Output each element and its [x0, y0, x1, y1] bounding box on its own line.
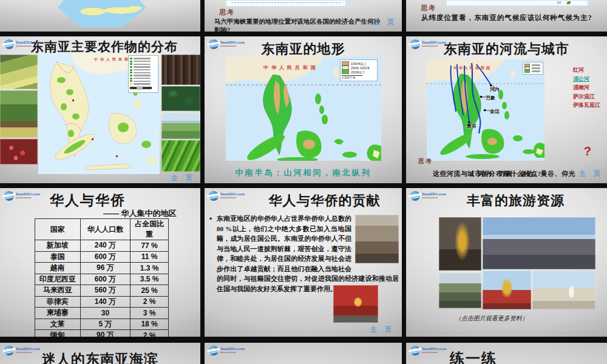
river-link[interactable]: 红河: [573, 66, 605, 75]
borobudur-temple-photo[interactable]: [483, 217, 595, 269]
rubber-tapping-photo: [161, 55, 200, 85]
table-cell: 560 万: [80, 285, 131, 297]
logo-brand-text: DearEDU.com: [220, 347, 245, 353]
merlion-fountain-photo[interactable]: [532, 271, 595, 309]
site-logo: DearEDU.com: [4, 346, 40, 356]
legend-swatch: [342, 66, 349, 70]
table-row: 新加坡240 万77 %: [35, 240, 169, 252]
site-logo: DearEDU.com: [410, 346, 446, 356]
slide-chinese-contributions[interactable]: 华人与华侨的贡献 • 东南亚地区的华侨华人占世界华侨华人总数的 80 %以上，他…: [205, 188, 402, 337]
rice-terrace-photo: [0, 55, 38, 89]
table-cell: 600 万: [80, 251, 131, 263]
table-cell: 文莱: [35, 318, 81, 330]
elevation-legend-small: [523, 62, 543, 75]
river-link[interactable]: 伊洛瓦底江: [573, 101, 605, 110]
table-header-cell: 国家: [35, 219, 81, 240]
site-logo: DearEDU.com: [209, 39, 245, 49]
china-map-label: 中华人民共和国: [453, 66, 492, 71]
plant-icon: [567, 1, 571, 4]
legend-label: 200米-1000米: [351, 66, 370, 70]
home-link[interactable]: 主 页: [370, 325, 395, 334]
slide-terrain[interactable]: 东南亚的地形: [205, 36, 402, 183]
map-scale: 0 500千米: [342, 75, 362, 79]
slide-beaches[interactable]: 迷人的东南亚海滨 DearEDU.com: [0, 343, 200, 364]
slide-tourism-resources[interactable]: 丰富的旅游资源 （点击图片观看更多资料） DearEDU.com: [406, 188, 607, 337]
table-row: 菲律宾140 万2 %: [35, 296, 169, 308]
home-link[interactable]: 主 页: [373, 18, 397, 27]
legend-swatch: [524, 70, 530, 73]
table-row: 文莱5 万18 %: [35, 318, 169, 330]
site-logo: DearEDU.com: [4, 39, 40, 49]
table-header-cell: 占全国比重: [131, 219, 169, 240]
slide-thumbnail-strait-map[interactable]: [0, 0, 200, 32]
table-cell: 印度尼西亚: [35, 274, 81, 285]
slide-rivers-cities[interactable]: 东南亚的河流与城市: [406, 36, 607, 183]
table-row: 泰国600 万11 %: [35, 251, 169, 263]
question-mark: ?: [584, 144, 591, 158]
table-cell: 600 万: [80, 274, 131, 285]
table-row: 柬埔寨303 %: [35, 308, 169, 319]
logo-brand-text: DearEDU.com: [16, 347, 40, 353]
logo-brand-text: DearEDU.com: [16, 41, 40, 47]
shwedagon-pagoda-photo[interactable]: [483, 271, 531, 309]
map-scale-bar: [130, 87, 152, 89]
river-link[interactable]: 萨尔温江: [573, 92, 605, 101]
table-cell: 新加坡: [35, 240, 81, 252]
table-cell: 3.5 %: [131, 274, 169, 285]
logo-brand-text: DearEDU.com: [220, 192, 245, 198]
legend-row: 200米-1000米: [342, 66, 376, 70]
city-label: 曼谷: [467, 123, 476, 129]
think-label: 思考: [418, 157, 433, 166]
table-row: 马来西亚560 万25 %: [35, 285, 169, 297]
table-cell: 3 %: [131, 308, 169, 319]
diagram-fragment: [226, 0, 346, 7]
thai-dancer-photo[interactable]: [439, 217, 481, 271]
logo-globe-icon: [209, 39, 219, 49]
table-cell: 缅甸: [35, 330, 81, 337]
logo-brand-text: DearEDU.com: [422, 192, 446, 198]
crop-legend-row: [130, 83, 157, 86]
slide-crops-distribution[interactable]: 东南亚主要农作物的分布: [0, 36, 200, 183]
banana-leaves-photo: [161, 140, 200, 172]
malacca-strait-map-image: [58, 0, 146, 27]
legend-row: 1000米以上: [342, 61, 376, 66]
table-cell: 30: [80, 308, 131, 319]
home-link[interactable]: 主 页: [579, 169, 603, 178]
china-map-label: 中华人民共和国: [263, 64, 319, 71]
table-row: 印度尼西亚600 万3.5 %: [35, 274, 169, 285]
slide-practice[interactable]: 练一练 DearEDU.com: [406, 343, 607, 364]
home-link[interactable]: 主 页: [171, 174, 195, 183]
slide-thumbnail-strait-question[interactable]: 思考 马六甲海峡重要的地理位置对该地区各国的经济会产生何种影响? 主 页: [205, 0, 402, 32]
logo-globe-icon: [410, 39, 420, 49]
logo-globe-icon: [4, 39, 14, 49]
legend-row: [524, 70, 541, 73]
table-header-row: 国家华人人口数占全国比重: [35, 219, 169, 240]
table-header-cell: 华人人口数: [80, 219, 131, 240]
logo-globe-icon: [4, 191, 14, 201]
forest-canopy-photo: [161, 86, 200, 111]
slide-title: 华人与华侨: [50, 191, 126, 210]
angkor-wat-photo[interactable]: [439, 273, 481, 308]
slide-thumbnail-climate-question[interactable]: 10 思考 从纬度位置看，东南亚的气候应该以何种气候为主?: [406, 0, 607, 32]
river-city-map: 中华人民共和国 河内万象金边曼谷: [427, 59, 544, 161]
elevation-legend: 1000米以上200米-1000米200米以下0 500千米: [340, 59, 378, 81]
logo-globe-icon: [410, 346, 420, 356]
slide-overseas-chinese[interactable]: 华人与华侨 —— 华人集中的地区 国家华人人口数占全国比重 新加坡240 万77…: [0, 188, 200, 337]
slide-blank-next[interactable]: DearEDU.com: [205, 343, 402, 364]
river-link[interactable]: 湄南河: [573, 83, 605, 92]
site-logo: DearEDU.com: [410, 39, 446, 49]
chinese-population-table: 国家华人人口数占全国比重 新加坡240 万77 %泰国600 万11 %越南96…: [35, 218, 169, 337]
table-cell: 18 %: [131, 318, 169, 330]
terrain-caption: 中南半岛：山河相间，南北纵列: [205, 167, 402, 178]
logo-brand-text: DearEDU.com: [220, 41, 245, 47]
table-row: 越南96 万1.3 %: [35, 263, 169, 274]
question-text: 马六甲海峡重要的地理位置对该地区各国的经济会产生何种影响?: [214, 18, 384, 32]
logo-globe-icon: [410, 191, 420, 201]
table-cell: 2 %: [131, 296, 169, 308]
river-link[interactable]: 湄公河: [573, 75, 605, 84]
slide-sorter-view: 思考 马六甲海峡重要的地理位置对该地区各国的经济会产生何种影响? 主 页 10 …: [0, 0, 607, 364]
table-cell: 2 %: [131, 330, 169, 337]
river-list: 红河湄公河湄南河萨尔温江伊洛瓦底江: [573, 66, 605, 110]
table-cell: 马来西亚: [35, 285, 81, 297]
site-logo: DearEDU.com: [4, 191, 40, 201]
